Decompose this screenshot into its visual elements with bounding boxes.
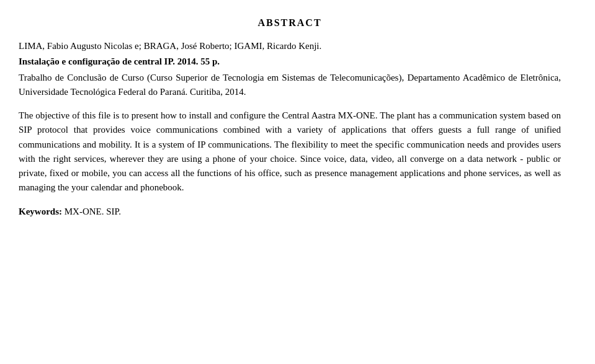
body-paragraph: The objective of this file is to present… xyxy=(19,109,561,195)
page-container: ABSTRACT LIMA, Fabio Augusto Nicolas e; … xyxy=(0,0,595,237)
abstract-title: ABSTRACT xyxy=(19,17,561,29)
bold-line: Instalação e configuração de central IP.… xyxy=(19,55,561,68)
authors-line: LIMA, Fabio Augusto Nicolas e; BRAGA, Jo… xyxy=(19,40,561,53)
keywords-line: Keywords: MX-ONE. SIP. xyxy=(19,205,561,218)
work-info: Trabalho de Conclusão de Curso (Curso Su… xyxy=(19,71,561,99)
